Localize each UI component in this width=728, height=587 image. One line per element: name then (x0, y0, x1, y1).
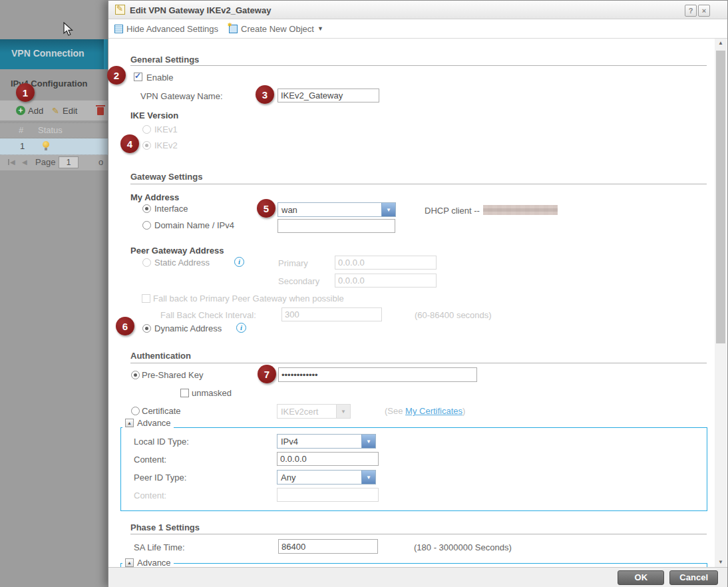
pre-shared-key-radio[interactable] (131, 371, 140, 379)
content-input[interactable] (277, 452, 379, 466)
tab-vpn-connection[interactable]: VPN Connection (11, 48, 85, 59)
pre-shared-key-label: Pre-Shared Key (142, 370, 204, 380)
peer-content-input[interactable] (277, 488, 379, 502)
ikev2-radio[interactable] (142, 141, 151, 150)
sa-life-time-range-note: (180 - 3000000 Seconds) (414, 542, 512, 552)
divider (130, 534, 707, 534)
page-count-clipped: o (98, 157, 103, 167)
annotation-step-3: 3 (256, 85, 274, 104)
unmasked-checkbox[interactable] (180, 389, 189, 397)
peer-gateway-address-label: Peer Gateway Address (130, 246, 224, 256)
peer-id-type-value: Any (277, 471, 361, 484)
dialog-titlebar: Edit VPN Gateway IKEv2_Gateway ? × (108, 1, 727, 19)
static-address-label: Static Address (154, 258, 210, 268)
see-note-suffix: ) (462, 406, 465, 416)
select-arrow-icon: ▼ (336, 405, 350, 418)
sa-life-time-input[interactable] (278, 539, 378, 554)
advance-legend: ▲ Advance (122, 418, 174, 428)
enable-checkbox[interactable] (134, 73, 142, 81)
primary-input[interactable] (335, 256, 437, 270)
interface-select-value: wan (278, 203, 381, 216)
enable-label: Enable (146, 73, 173, 83)
page-label: Page (35, 157, 55, 167)
domain-name-label: Domain Name / IPv4 (154, 220, 234, 230)
fallback-interval-input[interactable] (281, 307, 382, 321)
close-icon[interactable]: × (698, 5, 710, 17)
interface-select[interactable]: wan ▼ (277, 202, 396, 217)
local-id-type-label: Local ID Type: (134, 437, 189, 447)
my-address-label: My Address (130, 192, 179, 202)
interface-radio[interactable] (142, 204, 151, 213)
create-new-object-button[interactable]: Create New Object ▼ (229, 24, 323, 34)
scroll-up-icon[interactable]: ▲ (715, 39, 727, 48)
ikev1-label: IKEv1 (154, 124, 178, 134)
cancel-button[interactable]: Cancel (669, 570, 718, 585)
phase1-settings-heading: Phase 1 Settings (130, 522, 200, 532)
secondary-input[interactable] (335, 274, 437, 288)
column-header-status: Status (38, 125, 63, 135)
domain-name-radio[interactable] (142, 221, 151, 230)
divider (130, 65, 707, 66)
mouse-cursor (63, 22, 74, 37)
ike-version-label: IKE Version (130, 110, 178, 120)
collapse-icon[interactable]: ▲ (125, 419, 134, 427)
vpn-gateway-name-input[interactable] (277, 89, 379, 102)
fallback-interval-range-note: (60-86400 seconds) (415, 310, 492, 320)
certificate-radio[interactable] (131, 407, 140, 415)
divider (130, 363, 707, 363)
dialog-footer: OK Cancel (108, 567, 727, 587)
annotation-step-1: 1 (16, 83, 35, 102)
vpn-gateway-name-label: VPN Gateway Name: (140, 91, 223, 101)
annotation-step-2: 2 (107, 66, 126, 85)
column-header-number: # (19, 125, 23, 135)
gateway-settings-heading: Gateway Settings (130, 172, 202, 182)
certificate-select-value: IKEv2cert (277, 405, 336, 418)
unmasked-label: unmasked (192, 388, 232, 398)
ikev1-radio[interactable] (142, 125, 151, 134)
local-id-type-select[interactable]: IPv4 ▼ (277, 434, 376, 449)
edit-pencil-icon: ✎ (52, 106, 59, 116)
domain-name-input[interactable] (277, 219, 395, 233)
fallback-label: Fall back to Primary Peer Gateway when p… (153, 294, 344, 303)
prev-page-icon[interactable]: ◀ (22, 158, 27, 166)
first-page-icon[interactable] (8, 159, 9, 165)
dhcp-client-note: DHCP client -- (425, 206, 480, 216)
see-certificates-note: (See My Certificates) (385, 406, 465, 416)
dynamic-address-radio[interactable] (142, 324, 151, 333)
my-certificates-link[interactable]: My Certificates (405, 406, 462, 416)
scrollbar-thumb[interactable] (716, 51, 725, 343)
certificate-select[interactable]: IKEv2cert ▼ (277, 404, 351, 419)
scrollbar[interactable]: ▲ ▼ (715, 39, 727, 567)
create-new-object-label: Create New Object (241, 24, 314, 34)
pre-shared-key-input[interactable] (278, 367, 477, 382)
hide-advanced-settings-label: Hide Advanced Settings (126, 24, 218, 34)
general-settings-heading: General Settings (130, 55, 199, 65)
scroll-down-icon[interactable]: ▼ (715, 558, 727, 567)
secondary-label: Secondary (278, 276, 319, 286)
select-arrow-icon: ▼ (381, 203, 395, 216)
page-number-input[interactable]: 1 (59, 156, 79, 168)
primary-label: Primary (278, 258, 308, 268)
fallback-checkbox[interactable] (142, 294, 150, 303)
peer-id-type-select[interactable]: Any ▼ (277, 470, 376, 485)
select-arrow-icon: ▼ (361, 435, 375, 448)
static-address-radio[interactable] (142, 258, 151, 267)
status-lightbulb-icon (43, 141, 49, 148)
info-icon[interactable]: i (234, 257, 244, 267)
table-row[interactable] (0, 138, 108, 155)
info-icon[interactable]: i (236, 323, 246, 333)
remove-trash-icon[interactable] (97, 107, 104, 115)
local-id-type-value: IPv4 (277, 435, 361, 448)
hide-advanced-settings-button[interactable]: Hide Advanced Settings (114, 24, 218, 34)
edit-vpn-gateway-dialog: Edit VPN Gateway IKEv2_Gateway ? × Hide … (108, 0, 728, 587)
divider (130, 184, 707, 184)
redacted-ip-address (483, 205, 558, 215)
content-label: Content: (134, 455, 166, 465)
new-object-icon (229, 25, 238, 33)
add-button[interactable]: Add (28, 106, 43, 116)
ok-button[interactable]: OK (618, 570, 664, 585)
help-icon[interactable]: ? (685, 5, 697, 17)
collapse-icon[interactable]: ▲ (125, 558, 134, 567)
first-page-icon-arrow[interactable]: ◀ (10, 158, 15, 166)
edit-button[interactable]: Edit (63, 106, 77, 116)
